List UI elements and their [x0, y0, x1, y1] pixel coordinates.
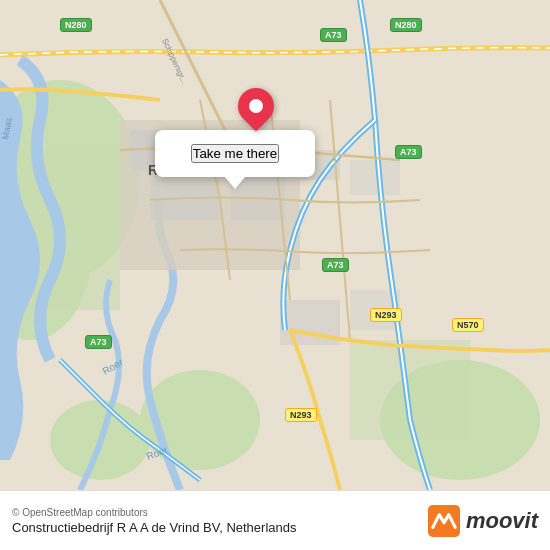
road-badge-n280-top-left: N280	[60, 18, 92, 32]
road-badge-n293-right: N293	[370, 308, 402, 322]
take-me-there-button[interactable]: Take me there	[191, 144, 279, 163]
road-badge-a73-bottom-left: A73	[85, 335, 112, 349]
footer: © OpenStreetMap contributors Constructie…	[0, 490, 550, 550]
map-container: Roerm... Roer Roer Maas Schippersgr... N…	[0, 0, 550, 490]
map-pin	[238, 88, 274, 124]
road-badge-n293-bottom: N293	[285, 408, 317, 422]
location-name: Constructiebedrijf R A A de Vrind BV, Ne…	[12, 520, 296, 535]
road-badge-n570: N570	[452, 318, 484, 332]
moovit-label: moovit	[466, 508, 538, 534]
road-badge-a73-mid-right: A73	[395, 145, 422, 159]
osm-credit: © OpenStreetMap contributors	[12, 507, 296, 518]
popup: Take me there	[155, 130, 315, 189]
popup-tail	[225, 177, 245, 189]
moovit-logo[interactable]: moovit	[428, 505, 538, 537]
footer-left: © OpenStreetMap contributors Constructie…	[12, 507, 296, 535]
svg-rect-14	[350, 160, 400, 195]
moovit-icon	[428, 505, 460, 537]
road-badge-n280-top-right: N280	[390, 18, 422, 32]
road-badge-a73-mid: A73	[322, 258, 349, 272]
road-badge-a73-top: A73	[320, 28, 347, 42]
